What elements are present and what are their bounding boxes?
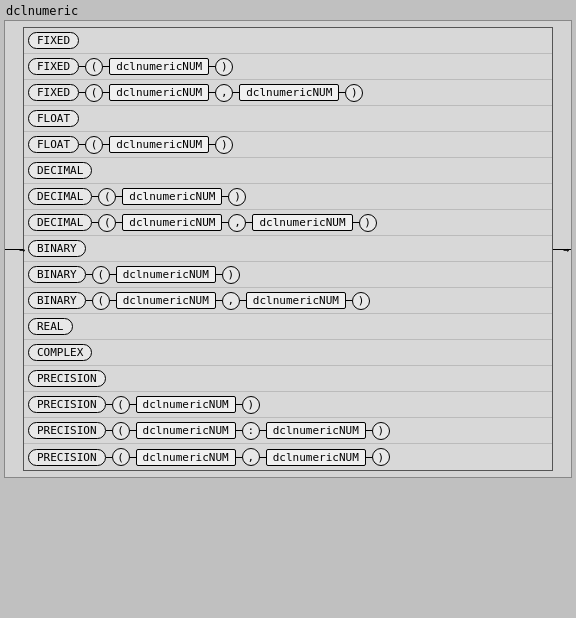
sym-rparen: ) [372,422,390,440]
row-decimal-2: DECIMAL(dclnumericNUM) [24,184,552,210]
row-fixed-3: FIXED(dclnumericNUM,dclnumericNUM) [24,80,552,106]
row-precision-3: PRECISION(dclnumericNUM:dclnumericNUM) [24,418,552,444]
sym-lparen: ( [112,422,130,440]
pill-complex: COMPLEX [28,344,92,361]
sym-rparen: ) [215,136,233,154]
connector-line [366,430,372,431]
sym-comma: , [228,214,246,232]
sym-lparen: ( [85,58,103,76]
sym-colon: : [242,422,260,440]
connector-line [260,457,266,458]
connector-line [216,274,222,275]
sym-lparen: ( [85,136,103,154]
sym-lparen: ( [85,84,103,102]
connector-line [110,300,116,301]
connector-line [110,274,116,275]
box-token: dclnumericNUM [252,214,352,231]
row-binary-3: BINARY(dclnumericNUM,dclnumericNUM) [24,288,552,314]
pill-decimal: DECIMAL [28,214,92,231]
sym-rparen: ) [352,292,370,310]
connector-line [236,430,242,431]
sym-comma: , [215,84,233,102]
page-title: dclnumeric [4,4,572,18]
connector-line [216,300,222,301]
connector-line [106,404,112,405]
sym-rparen: ) [222,266,240,284]
box-token: dclnumericNUM [239,84,339,101]
box-token: dclnumericNUM [109,58,209,75]
sym-lparen: ( [92,292,110,310]
sym-rparen: ) [372,448,390,466]
row-decimal-3: DECIMAL(dclnumericNUM,dclnumericNUM) [24,210,552,236]
sym-lparen: ( [112,448,130,466]
pill-real: REAL [28,318,73,335]
connector-line [86,274,92,275]
pill-binary: BINARY [28,266,86,283]
left-arrow: → [19,244,25,255]
row-decimal-1: DECIMAL [24,158,552,184]
sym-rparen: ) [215,58,233,76]
row-float-2: FLOAT(dclnumericNUM) [24,132,552,158]
box-token: dclnumericNUM [122,188,222,205]
row-binary-1: BINARY [24,236,552,262]
sym-rparen: ) [228,188,246,206]
sym-rparen: ) [242,396,260,414]
row-precision-2: PRECISION(dclnumericNUM) [24,392,552,418]
row-complex-1: COMPLEX [24,340,552,366]
pill-binary: BINARY [28,292,86,309]
row-binary-2: BINARY(dclnumericNUM) [24,262,552,288]
connector-line [236,457,242,458]
box-token: dclnumericNUM [116,292,216,309]
pill-float: FLOAT [28,110,79,127]
row-precision-4: PRECISION(dclnumericNUM,dclnumericNUM) [24,444,552,470]
connector-line [106,457,112,458]
box-token: dclnumericNUM [109,84,209,101]
pill-decimal: DECIMAL [28,162,92,179]
connector-line [130,457,136,458]
box-token: dclnumericNUM [136,449,236,466]
connector-line [240,300,246,301]
row-float-1: FLOAT [24,106,552,132]
right-arrow: → [563,244,569,255]
pill-precision: PRECISION [28,396,106,413]
sym-lparen: ( [112,396,130,414]
pill-fixed: FIXED [28,58,79,75]
pill-fixed: FIXED [28,84,79,101]
sym-rparen: ) [345,84,363,102]
box-token: dclnumericNUM [136,396,236,413]
row-fixed-2: FIXED(dclnumericNUM) [24,54,552,80]
box-token: dclnumericNUM [136,422,236,439]
box-token: dclnumericNUM [122,214,222,231]
box-token: dclnumericNUM [246,292,346,309]
connector-line [106,430,112,431]
box-token: dclnumericNUM [266,422,366,439]
sym-comma: , [242,448,260,466]
box-token: dclnumericNUM [266,449,366,466]
connector-line [130,404,136,405]
pill-binary: BINARY [28,240,86,257]
sym-comma: , [222,292,240,310]
rows-wrapper: FIXEDFIXED(dclnumericNUM)FIXED(dclnumeri… [23,27,553,471]
box-token: dclnumericNUM [109,136,209,153]
pill-precision: PRECISION [28,449,106,466]
pill-precision: PRECISION [28,370,106,387]
pill-fixed: FIXED [28,32,79,49]
diagram-container: → → FIXEDFIXED(dclnumericNUM)FIXED(dclnu… [4,20,572,478]
connector-line [236,404,242,405]
pill-float: FLOAT [28,136,79,153]
connector-line [130,430,136,431]
connector-line [353,222,359,223]
row-real-1: REAL [24,314,552,340]
connector-line [366,457,372,458]
sym-lparen: ( [98,214,116,232]
box-token: dclnumericNUM [116,266,216,283]
row-precision-1: PRECISION [24,366,552,392]
pill-decimal: DECIMAL [28,188,92,205]
sym-rparen: ) [359,214,377,232]
connector-line [260,430,266,431]
sym-lparen: ( [98,188,116,206]
sym-lparen: ( [92,266,110,284]
pill-precision: PRECISION [28,422,106,439]
row-fixed-1: FIXED [24,28,552,54]
connector-line [86,300,92,301]
